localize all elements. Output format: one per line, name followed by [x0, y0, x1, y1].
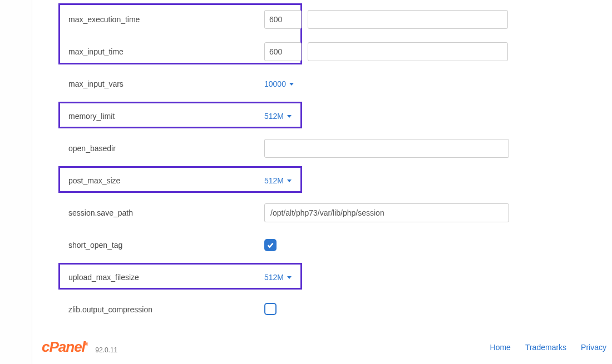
dropdown-value: 512M: [264, 112, 284, 121]
checkbox-zlib-output-compression[interactable]: [264, 303, 277, 315]
caret-down-icon: [287, 276, 292, 279]
caret-down-icon: [287, 179, 292, 182]
label-memory-limit: memory_limit: [58, 112, 264, 121]
input-max-input-time-secondary[interactable]: [308, 42, 508, 61]
label-upload-max-filesize: upload_max_filesize: [58, 273, 264, 282]
label-max-input-time: max_input_time: [58, 47, 264, 56]
label-short-open-tag: short_open_tag: [58, 241, 264, 250]
input-session-save-path[interactable]: [264, 203, 509, 222]
label-zlib-output-compression: zlib.output_compression: [58, 305, 264, 314]
footer-link-trademarks[interactable]: Trademarks: [525, 343, 566, 352]
footer-link-privacy[interactable]: Privacy: [581, 343, 606, 352]
label-session-save-path: session.save_path: [58, 208, 264, 217]
dropdown-value: 512M: [264, 273, 284, 282]
label-open-basedir: open_basedir: [58, 144, 264, 153]
caret-down-icon: [287, 115, 292, 118]
dropdown-upload-max-filesize[interactable]: 512M: [264, 273, 292, 282]
settings-panel: max_execution_time max_input_time max_in…: [42, 0, 612, 326]
footer-link-home[interactable]: Home: [490, 343, 511, 352]
label-post-max-size: post_max_size: [58, 176, 264, 185]
dropdown-post-max-size[interactable]: 512M: [264, 176, 292, 185]
input-max-input-time[interactable]: [264, 42, 302, 61]
label-max-input-vars: max_input_vars: [58, 79, 264, 88]
cpanel-logo: cPanel®: [42, 338, 87, 356]
dropdown-max-input-vars[interactable]: 10000: [264, 79, 294, 88]
dropdown-value: 10000: [264, 79, 286, 88]
input-max-execution-time[interactable]: [264, 10, 302, 29]
input-max-execution-time-secondary[interactable]: [308, 10, 508, 29]
checkbox-short-open-tag[interactable]: [264, 239, 277, 251]
dropdown-value: 512M: [264, 176, 284, 185]
side-rail: [0, 0, 32, 364]
footer: cPanel® 92.0.11 Home Trademarks Privacy: [42, 333, 612, 364]
input-open-basedir[interactable]: [264, 139, 509, 158]
cpanel-version: 92.0.11: [95, 346, 117, 354]
label-max-execution-time: max_execution_time: [58, 15, 264, 24]
caret-down-icon: [289, 83, 294, 86]
checkmark-icon: [266, 241, 274, 249]
dropdown-memory-limit[interactable]: 512M: [264, 112, 292, 121]
